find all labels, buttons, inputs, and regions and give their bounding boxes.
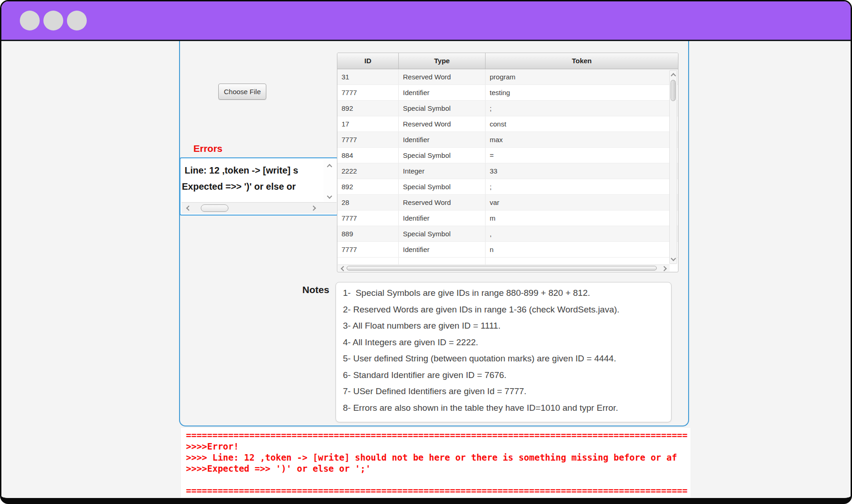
table-row[interactable]: 892 Special Symbol ; [337, 179, 678, 195]
column-header-token[interactable]: Token [486, 53, 678, 69]
error-console-output: ========================================… [181, 428, 690, 498]
errors-label: Errors [193, 143, 222, 154]
cell-id: 7777 [337, 132, 399, 147]
cell-id: 7777 [337, 210, 399, 226]
cell-id: 889 [337, 226, 399, 241]
table-vertical-scrollbar[interactable] [669, 70, 677, 264]
console-line: >>>>Expected =>> ')' or else or ';' [186, 463, 690, 474]
token-table: ID Type Token 31 Reserved Word program 7… [337, 53, 678, 272]
cell-type: Reserved Word [399, 69, 486, 84]
table-row[interactable]: 892 Special Symbol ; [337, 101, 678, 116]
cell-type: Identifier [399, 132, 486, 147]
cell-token: program [486, 69, 678, 84]
cell-token: ; [486, 179, 678, 194]
cell-id: 892 [337, 101, 399, 116]
cell-id: 17 [337, 116, 399, 132]
cell-token: 33 [486, 163, 678, 179]
scanner-content-area: Choose File Errors Line: 12 ,token -> [w… [1, 41, 851, 498]
cell-id: 28 [337, 195, 399, 210]
table-row[interactable]: 31 Reserved Word program [337, 69, 678, 85]
window-titlebar [1, 1, 851, 41]
cell-token: , [486, 226, 678, 241]
cell-type: Special Symbol [399, 101, 486, 116]
console-line: ========================================… [186, 430, 690, 441]
cell-token: var [486, 195, 678, 210]
console-line [186, 474, 690, 485]
error-text-line: Line: 12 ,token -> [write] s [185, 165, 298, 176]
table-row[interactable]: 884 Special Symbol = [337, 148, 678, 163]
cell-token: n [486, 242, 678, 257]
note-line: 7- USer Defined Identifiers are given Id… [343, 383, 671, 400]
cell-type: Reserved Word [399, 195, 486, 210]
table-horizontal-scrollbar[interactable] [338, 264, 670, 271]
table-row[interactable]: 28 Reserved Word var [337, 195, 678, 210]
table-row[interactable]: 7777 Identifier testing [337, 85, 678, 101]
column-header-id[interactable]: ID [337, 53, 399, 69]
notes-textarea[interactable]: 1- Special Symbols are give IDs in range… [336, 282, 672, 422]
cell-token: ; [486, 101, 678, 116]
errors-vertical-scrollbar[interactable] [324, 159, 336, 202]
cell-id: 31 [337, 69, 399, 84]
cell-type: Special Symbol [399, 226, 486, 241]
scroll-down-icon[interactable] [327, 193, 332, 198]
console-line: >>>> Line: 12 ,token -> [write] should n… [186, 452, 690, 463]
column-header-type[interactable]: Type [399, 53, 486, 69]
note-line: 4- All Integers are given ID = 2222. [343, 334, 671, 351]
scroll-right-icon[interactable] [311, 205, 316, 210]
console-line: >>>>Error! [186, 441, 690, 452]
scrollbar-thumb[interactable] [201, 204, 228, 212]
cell-id: 892 [337, 179, 399, 194]
cell-token: testing [486, 85, 678, 100]
cell-id: 7777 [337, 85, 399, 100]
cell-type: Special Symbol [399, 179, 486, 194]
cell-id: 7777 [337, 242, 399, 257]
note-line: 6- Standard Identifier are given ID = 76… [343, 367, 671, 384]
errors-horizontal-scrollbar[interactable] [181, 202, 336, 214]
scroll-left-icon[interactable] [186, 205, 191, 210]
cell-token: max [486, 132, 678, 147]
note-line: 1- Special Symbols are give IDs in range… [343, 285, 671, 301]
scroll-up-icon[interactable] [671, 73, 676, 78]
cell-type: Special Symbol [399, 148, 486, 163]
choose-file-button[interactable]: Choose File [218, 84, 266, 100]
cell-type: Identifier [399, 210, 486, 226]
scroll-down-icon[interactable] [671, 256, 676, 261]
table-row[interactable]: 17 Reserved Word const [337, 116, 678, 132]
table-row[interactable]: 7777 Identifier n [337, 242, 678, 258]
cell-token: = [486, 148, 678, 163]
cell-id: 884 [337, 148, 399, 163]
table-row[interactable]: 2222 Integer 33 [337, 163, 678, 179]
table-row[interactable]: 889 Special Symbol , [337, 226, 678, 242]
scroll-right-icon[interactable] [661, 266, 666, 271]
note-line: 5- User defined String (between quotatio… [343, 350, 671, 367]
window-control-icon[interactable] [67, 11, 87, 30]
scrollbar-thumb[interactable] [671, 80, 676, 101]
scroll-left-icon[interactable] [341, 266, 346, 271]
cell-type: Integer [399, 163, 486, 179]
note-line: 3- All Float numbers are given ID = 1111… [343, 318, 671, 334]
cell-type: Identifier [399, 242, 486, 257]
table-row[interactable]: 7777 Identifier max [337, 132, 678, 148]
console-line: ========================================… [186, 485, 690, 496]
table-empty-row [337, 258, 678, 265]
notes-label: Notes [302, 284, 329, 295]
note-line: 8- Errors are also shown in the table th… [343, 400, 671, 416]
cell-type: Reserved Word [399, 116, 486, 132]
token-table-header: ID Type Token [337, 53, 678, 69]
app-window: Choose File Errors Line: 12 ,token -> [w… [0, 0, 852, 504]
console-line: ****************************************… [186, 496, 690, 498]
cell-type: Identifier [399, 85, 486, 100]
error-text-line: Expected =>> ')' or else or [182, 181, 296, 192]
note-line: 2- Reserved Words are given IDs in range… [343, 301, 671, 318]
scroll-up-icon[interactable] [327, 164, 332, 169]
window-control-icon[interactable] [43, 11, 63, 30]
cell-token: m [486, 210, 678, 226]
window-control-icon[interactable] [20, 11, 40, 30]
scrollbar-thumb[interactable] [347, 266, 657, 270]
cell-token: const [486, 116, 678, 132]
table-row[interactable]: 7777 Identifier m [337, 210, 678, 226]
errors-textarea[interactable]: Line: 12 ,token -> [write] s Expected =>… [180, 157, 338, 216]
token-table-body: 31 Reserved Word program 7777 Identifier… [337, 69, 678, 258]
cell-id: 2222 [337, 163, 399, 179]
